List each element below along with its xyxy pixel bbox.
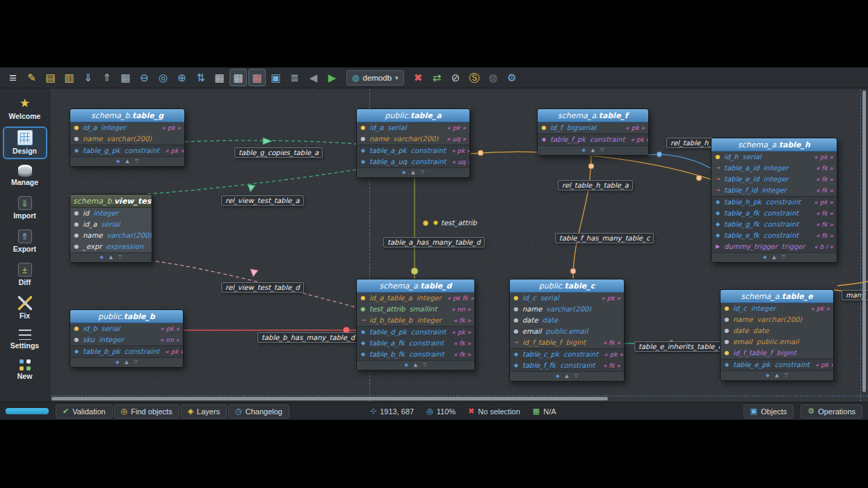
table-row[interactable]: ◆table_a_uqconstraint« uq » [357, 156, 469, 168]
er-table_h[interactable]: schema_a.table_h●id_hserial« pk »→table_… [711, 138, 837, 263]
table-row[interactable]: ◆table_d_pkconstraint« pk » [357, 326, 474, 338]
configurations-button[interactable]: ⚙ [504, 69, 521, 86]
table-row[interactable]: ●id_ainteger« pk » [70, 122, 184, 133]
show-grid-button[interactable]: ▦ [211, 69, 228, 86]
table-header[interactable]: schema_a.table_e [721, 290, 833, 303]
collapse-diamond-icon[interactable]: ◆ [116, 158, 120, 164]
collapse-diamond-icon[interactable]: ◆ [766, 373, 769, 378]
table-row[interactable]: ●id_aserial« pk » [357, 122, 469, 133]
table-header[interactable]: public.table_a [357, 109, 469, 122]
expand-up-icon[interactable]: ▲ [775, 373, 778, 378]
import-button[interactable]: ⇓ [79, 69, 97, 86]
menu-button[interactable]: ≡ [4, 69, 22, 86]
expand-down-icon[interactable]: ▽ [423, 362, 426, 368]
table-row[interactable]: ◆table_g_fkconstraint« fk » [712, 219, 837, 230]
table-row[interactable]: ●id_aserial [70, 219, 152, 230]
page-delimiters-button[interactable]: ▦ [248, 69, 266, 86]
table-row[interactable]: ◆table_e_fkconstraint« fk » [712, 230, 837, 241]
sql-tool-button[interactable]: Ⓢ [466, 69, 483, 86]
sidebar-item-welcome[interactable]: ★Welcome [3, 92, 47, 124]
table-row[interactable]: ◆table_e_pkconstraint« pk » [721, 359, 833, 371]
er-table_b[interactable]: public.table_b●id_bserial« pk »●skuinteg… [70, 309, 184, 368]
table-row[interactable]: ▶dummy_triggertrigger« b i » [712, 241, 837, 252]
arrange-objects-button[interactable]: ⇅ [192, 69, 209, 86]
collapse-diamond-icon[interactable]: ◆ [404, 362, 408, 368]
expand-up-icon[interactable]: ▲ [109, 254, 113, 260]
table-header[interactable]: schema_b.view_test [70, 195, 152, 208]
er-table_f[interactable]: schema_a.table_f●id_fbigserial« pk »◆tab… [537, 108, 649, 156]
table-row[interactable]: ●namevarchar(200) [70, 133, 184, 145]
expand-down-icon[interactable]: ▽ [574, 373, 578, 379]
find-objects-tab[interactable]: ◎Find objects [114, 405, 179, 418]
close-model-button[interactable]: ✖ [410, 69, 427, 86]
open-model-button[interactable]: ▤ [42, 69, 59, 86]
changelog-tab[interactable]: ◷Changelog [228, 405, 289, 418]
table-row[interactable]: ◆table_h_pkconstraint« pk » [712, 196, 837, 208]
validation-tab[interactable]: ✔Validation [56, 405, 113, 418]
table-row[interactable]: ◆table_g_pkconstraint« pk » [70, 145, 184, 156]
table-row[interactable]: ●namevarchar(200) [510, 304, 624, 315]
table-row[interactable]: ●skuinteger« nn » [70, 334, 183, 345]
objects-panel-button[interactable]: ▣Objects [744, 405, 794, 418]
er-table_d[interactable]: schema_a.table_d●id_a_table_ainteger« pk… [356, 279, 475, 371]
donate-button[interactable]: ◍ [485, 69, 502, 86]
er-table_c[interactable]: public.table_c●id_cserial« pk »●namevarc… [509, 279, 625, 382]
changelog-button[interactable]: ⊘ [447, 69, 465, 86]
table-row[interactable]: ●id_bserial« pk » [70, 323, 183, 334]
table-header[interactable]: schema_b.table_g [70, 109, 184, 122]
table-row[interactable]: →table_f_idinteger« fk » [712, 185, 837, 196]
layers-config-button[interactable]: ≣ [286, 69, 303, 86]
table-row[interactable]: ●datedate [721, 325, 833, 336]
sidebar-item-fix[interactable]: Fix [3, 293, 47, 324]
table-row[interactable]: ◆table_a_fkconstraint« fk » [357, 338, 474, 349]
collapse-diamond-icon[interactable]: ◆ [763, 254, 766, 260]
sidebar-item-new[interactable]: New [3, 356, 47, 384]
sidebar-item-design[interactable]: Design [3, 127, 47, 159]
expand-down-icon[interactable]: ▽ [135, 158, 138, 164]
diagram-canvas[interactable]: table_g_copies_table_arel_view_test_tabl… [50, 89, 868, 402]
print-button[interactable]: ▦ [117, 69, 134, 86]
layers-tab[interactable]: ◈Layers [181, 405, 227, 418]
expand-up-icon[interactable]: ▲ [124, 359, 128, 365]
expand-down-icon[interactable]: ▽ [782, 254, 785, 260]
table-row[interactable]: ●namevarchar(200) [70, 230, 152, 241]
align-to-grid-button[interactable]: ▦ [230, 69, 247, 86]
table-row[interactable]: ●datedate [510, 315, 624, 326]
expand-up-icon[interactable]: ▲ [414, 362, 417, 368]
table-row[interactable]: ●test_attribsmallint« nn » [357, 304, 474, 315]
next-model-button[interactable]: ▶ [323, 69, 341, 86]
export-button[interactable]: ⇑ [98, 69, 115, 86]
table-row[interactable]: ◆table_f_fkconstraint« fk » [510, 360, 624, 371]
table-row[interactable]: ●id_cinteger« pk » [721, 303, 833, 314]
table-row[interactable]: ◆table_b_fkconstraint« fk » [357, 349, 474, 360]
sidebar-item-settings[interactable]: Settings [3, 326, 47, 354]
table-row[interactable]: ◆table_a_pkconstraint« pk » [357, 145, 469, 156]
collapse-diamond-icon[interactable]: ◆ [581, 147, 585, 153]
table-row[interactable]: →id_f_table_fbigint« fk » [510, 337, 624, 348]
table-header[interactable]: public.table_b [70, 310, 183, 323]
table-row[interactable]: ◆table_f_pkconstraint« pk » [538, 133, 648, 145]
sidebar-item-import[interactable]: ⇓Import [3, 193, 47, 224]
er-view_test[interactable]: schema_b.view_test●idinteger●id_aserial●… [70, 194, 152, 263]
expand-down-icon[interactable]: ▽ [421, 170, 424, 175]
table-row[interactable]: →table_e_idinteger« fk » [712, 174, 837, 185]
table-row[interactable]: →id_b_table_binteger« fk » [357, 315, 474, 326]
vertical-scrollbar[interactable] [862, 90, 866, 392]
horizontal-scrollbar[interactable] [51, 397, 608, 400]
table-row[interactable]: ●_exprexpression [70, 241, 152, 252]
table-row[interactable]: ●id_f_table_fbigint [721, 348, 833, 359]
table-header[interactable]: public.table_c [510, 279, 624, 293]
swap-ids-button[interactable]: ⇄ [428, 69, 446, 86]
expand-up-icon[interactable]: ▲ [565, 373, 568, 379]
table-row[interactable]: ◆table_b_pkconstraint« pk » [70, 345, 183, 357]
sidebar-item-manage[interactable]: Manage [3, 161, 47, 190]
table-row[interactable]: ●id_cserial« pk » [510, 293, 624, 304]
save-model-button[interactable]: ▥ [61, 69, 78, 86]
collapse-diamond-icon[interactable]: ◆ [99, 254, 103, 260]
er-table_e[interactable]: schema_a.table_e●id_cinteger« pk »●namev… [720, 289, 834, 381]
new-model-button[interactable]: ✎ [23, 69, 40, 86]
er-table_g[interactable]: schema_b.table_g●id_ainteger« pk »●namev… [70, 108, 185, 167]
table-row[interactable]: ◆table_a_fkconstraint« fk » [712, 208, 837, 219]
expand-down-icon[interactable]: ▽ [600, 147, 604, 153]
table-row[interactable]: ●namevarchar(200)« uq » [357, 133, 469, 145]
